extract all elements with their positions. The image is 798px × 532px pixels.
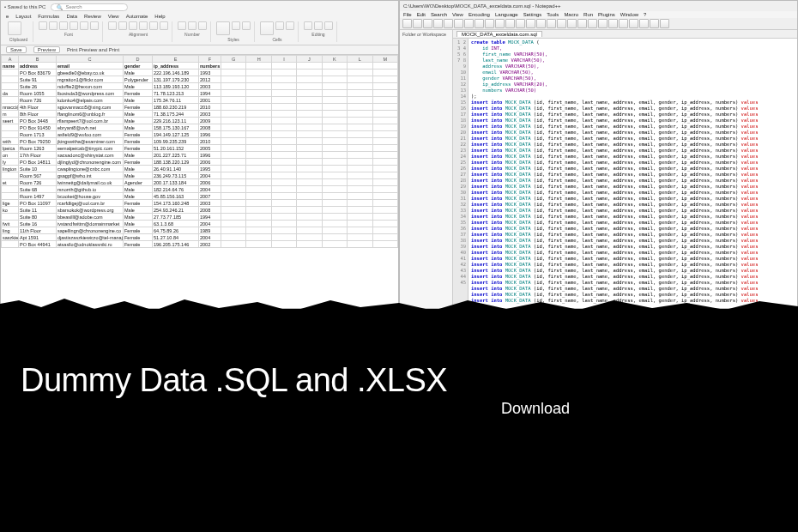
cell[interactable]: Male: [124, 186, 153, 193]
cell[interactable]: Female: [124, 104, 153, 111]
cell[interactable]: 158.175.130.167: [153, 124, 199, 131]
cell[interactable]: 113.189.193.120: [153, 83, 199, 90]
toolbar-button-icon[interactable]: [650, 19, 659, 28]
cell[interactable]: djastiszaszkiewiczo@tel-manaj: [57, 234, 124, 241]
cell[interactable]: 2001: [199, 97, 221, 104]
cell[interactable]: 1994: [199, 90, 221, 97]
cell[interactable]: [348, 118, 372, 124]
cell[interactable]: Suite 16: [19, 221, 57, 227]
cell[interactable]: sacsadonc@shinystat.com: [57, 152, 124, 159]
cell[interactable]: [297, 227, 322, 234]
cell[interactable]: nnacci@: [2, 104, 19, 111]
cell[interactable]: [271, 241, 296, 248]
folder-workspace-panel[interactable]: Folder or Workspace: [400, 30, 453, 308]
cell[interactable]: [271, 221, 296, 227]
cell[interactable]: [246, 227, 271, 234]
cell[interactable]: [221, 138, 246, 145]
cell[interactable]: 182.214.64.76: [153, 186, 199, 193]
column-letter[interactable]: I: [271, 56, 296, 63]
cell[interactable]: 2009: [199, 118, 221, 124]
cell[interactable]: [246, 70, 271, 76]
cell[interactable]: Female: [124, 241, 153, 248]
cell[interactable]: lington: [2, 166, 19, 172]
cell[interactable]: Suite 26: [19, 83, 57, 90]
cell[interactable]: [2, 97, 19, 104]
ribbon-button-icon[interactable]: [90, 21, 99, 30]
cell[interactable]: [297, 138, 322, 145]
cell[interactable]: [221, 90, 246, 97]
column-letter[interactable]: G: [221, 56, 246, 63]
cell[interactable]: 2010: [199, 104, 221, 111]
cell[interactable]: Male: [124, 207, 153, 214]
cell[interactable]: 1994: [199, 214, 221, 221]
cell[interactable]: [297, 179, 322, 186]
search-box[interactable]: 🔍 Search: [51, 3, 128, 11]
cell[interactable]: [271, 97, 296, 104]
cell[interactable]: Suite 80: [19, 214, 57, 221]
cell[interactable]: [348, 131, 372, 138]
cell[interactable]: [348, 234, 372, 241]
ribbon-button-icon[interactable]: [260, 21, 274, 35]
cell[interactable]: Male: [124, 214, 153, 221]
save-button[interactable]: Save: [6, 46, 27, 53]
toolbar-button-icon[interactable]: [495, 19, 505, 28]
cell[interactable]: 188.60.230.219: [153, 104, 199, 111]
ribbon-tab[interactable]: Layout: [15, 14, 31, 19]
cell[interactable]: 222.196.146.189: [153, 70, 199, 76]
cell[interactable]: Male: [124, 70, 153, 76]
toolbar-button-icon[interactable]: [526, 19, 535, 28]
cell[interactable]: [246, 159, 271, 166]
cell[interactable]: kdonko4@elpais.com: [57, 97, 124, 104]
cell[interactable]: [246, 207, 271, 214]
cell[interactable]: [372, 179, 397, 186]
cell[interactable]: [372, 118, 397, 124]
cell[interactable]: [221, 214, 246, 221]
column-letter[interactable]: A: [2, 56, 19, 63]
menu-item[interactable]: Language: [495, 12, 518, 17]
header-cell[interactable]: [246, 63, 271, 70]
cell[interactable]: 51.27.10.84: [153, 234, 199, 241]
column-letter[interactable]: F: [199, 56, 221, 63]
toolbar-button-icon[interactable]: [629, 19, 638, 28]
cell[interactable]: [372, 145, 397, 152]
cell[interactable]: Suite 68: [19, 186, 57, 193]
cell[interactable]: [322, 193, 347, 200]
cell[interactable]: [2, 83, 19, 90]
cell[interactable]: [246, 111, 271, 118]
cell[interactable]: [372, 111, 397, 118]
cell[interactable]: 2010: [199, 138, 221, 145]
cell[interactable]: lige: [2, 200, 19, 207]
cell[interactable]: [348, 111, 372, 118]
toolbar-button-icon[interactable]: [557, 19, 566, 28]
cell[interactable]: [271, 159, 296, 166]
cell[interactable]: 1996: [199, 152, 221, 159]
cell[interactable]: 17th Floor: [19, 152, 57, 159]
cell[interactable]: 2004: [199, 172, 221, 179]
cell[interactable]: 194.149.127.125: [153, 131, 199, 138]
cell[interactable]: [271, 111, 296, 118]
cell[interactable]: [221, 193, 246, 200]
cell[interactable]: [348, 166, 372, 172]
cell[interactable]: ebryant8@ovh.net: [57, 124, 124, 131]
cell[interactable]: 200.17.133.184: [153, 179, 199, 186]
toolbar-button-icon[interactable]: [660, 19, 669, 28]
cell[interactable]: [2, 172, 19, 179]
cell[interactable]: [348, 186, 372, 193]
cell[interactable]: rflampeert7@uol.com.br: [57, 118, 124, 124]
cell[interactable]: [246, 138, 271, 145]
cell[interactable]: Male: [124, 97, 153, 104]
cell[interactable]: 175.34.76.11: [153, 97, 199, 104]
cell[interactable]: 2003: [199, 83, 221, 90]
cell[interactable]: atsasllo@odnoklassniki.ru: [57, 241, 124, 248]
cell[interactable]: with: [2, 138, 19, 145]
cell[interactable]: [297, 70, 322, 76]
ribbon-tab[interactable]: Automate: [126, 14, 148, 19]
cell[interactable]: [348, 172, 372, 179]
toolbar-button-icon[interactable]: [547, 19, 556, 28]
header-cell[interactable]: [271, 63, 296, 70]
cell[interactable]: [372, 138, 397, 145]
cell[interactable]: [372, 76, 397, 83]
ribbon-button-icon[interactable]: [70, 21, 78, 30]
cell[interactable]: [2, 193, 19, 200]
cell[interactable]: [322, 124, 347, 131]
